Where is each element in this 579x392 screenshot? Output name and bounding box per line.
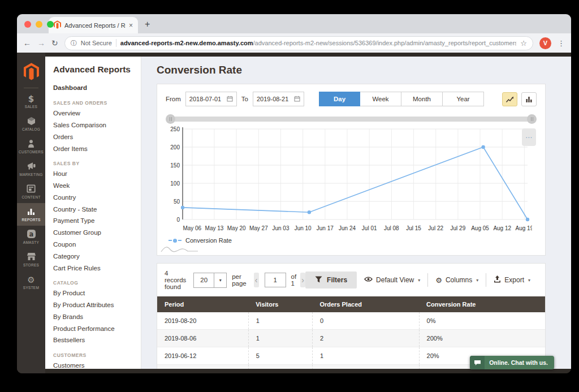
x-tick-label: Aug 12	[493, 225, 511, 231]
sidebar-item-customers[interactable]: CUSTOMERS	[17, 135, 45, 158]
data-point[interactable]	[308, 210, 311, 214]
browser-tab[interactable]: Advanced Reports / Reports / N ×	[49, 17, 138, 33]
data-point[interactable]	[181, 206, 184, 209]
chat-widget[interactable]: Online. Chat with us.	[470, 356, 554, 369]
calendar-icon[interactable]	[227, 96, 233, 103]
menu-item-order-items[interactable]: Order Items	[53, 143, 137, 154]
menu-item-bestsellers[interactable]: Bestsellers	[53, 334, 137, 346]
forward-icon[interactable]: →	[37, 38, 45, 48]
tab-title: Advanced Reports / Reports / N	[64, 22, 126, 29]
table-row[interactable]: 2019-08-20100%	[157, 312, 545, 330]
to-label: To	[241, 96, 248, 102]
browser-menu-icon[interactable]: ⋮	[558, 39, 565, 48]
new-tab-button[interactable]: +	[145, 19, 150, 29]
profile-avatar[interactable]: V	[539, 37, 551, 49]
menu-item-week[interactable]: Week	[53, 180, 137, 192]
sidebar-item-catalog[interactable]: CATALOG	[17, 113, 45, 135]
slider-handle-right[interactable]	[527, 114, 537, 124]
sidebar-item-marketing[interactable]: MARKETING	[17, 158, 45, 180]
sidebar-item-system[interactable]: ⚙SYSTEM	[17, 271, 45, 294]
browser-toolbar: ← → ↻ ⓘ Not Secure advanced-reports-m2-n…	[17, 33, 571, 53]
column-header[interactable]: Orders Placed	[312, 296, 419, 312]
sidebar-item-reports[interactable]: REPORTS	[17, 203, 45, 226]
data-point[interactable]	[481, 145, 485, 149]
chart-context-menu-icon[interactable]: ⋯	[522, 128, 536, 146]
calendar-icon[interactable]	[294, 96, 300, 103]
menu-section-sales-and-orders: SALES AND ORDERS	[53, 100, 137, 106]
menu-item-category[interactable]: Category	[53, 250, 137, 262]
menu-item-hour[interactable]: Hour	[53, 168, 137, 180]
maximize-window-button[interactable]	[47, 21, 54, 28]
back-icon[interactable]: ←	[23, 38, 31, 48]
table-row[interactable]: 2019-08-0612200%	[157, 330, 545, 347]
table-cell: 200%	[419, 330, 545, 347]
menu-item-dashboard[interactable]: Dashboard	[53, 82, 137, 94]
menu-item-product-performance[interactable]: Product Performance	[53, 322, 137, 334]
slider-handle-left[interactable]	[166, 114, 175, 124]
chart-filter-row: From To DayWeekMonthYear	[166, 92, 537, 106]
magento-logo[interactable]	[24, 63, 39, 83]
period-button-year[interactable]: Year	[443, 92, 484, 106]
sidebar-item-content[interactable]: CONTENT	[17, 180, 45, 203]
per-page-label: per page	[232, 273, 247, 287]
menu-item-overview[interactable]: Overview	[53, 107, 137, 119]
chart-legend[interactable]: Conversion Rate	[168, 237, 537, 244]
close-tab-icon[interactable]: ×	[129, 21, 133, 29]
x-tick-label: Aug 19	[516, 225, 532, 231]
from-date-input[interactable]	[189, 96, 224, 102]
column-header[interactable]: Period	[157, 296, 248, 312]
sidebar-item-amasty[interactable]: aAMASTY	[17, 226, 45, 248]
bookmark-star-icon[interactable]: ☆	[520, 39, 527, 48]
close-window-button[interactable]	[24, 21, 31, 28]
data-point[interactable]	[526, 218, 529, 221]
menu-item-customers[interactable]: Customers	[53, 360, 137, 372]
menu-item-country-state[interactable]: Country - State	[53, 203, 137, 215]
menu-item-by-product-attributes[interactable]: By Product Attributes	[53, 299, 137, 311]
chevron-down-icon: ▾	[476, 278, 478, 283]
menu-item-country[interactable]: Country	[53, 191, 137, 203]
previous-page-button[interactable]: ‹	[254, 273, 259, 287]
per-page-select[interactable]: 20 ▾	[193, 273, 227, 288]
to-date-input[interactable]	[257, 96, 292, 102]
filters-button[interactable]: Filters	[305, 272, 357, 288]
menu-item-cart-price-rules[interactable]: Cart Price Rules	[53, 262, 137, 274]
menu-item-customer-group[interactable]: Customer Group	[53, 227, 137, 239]
menu-item-by-product[interactable]: By Product	[53, 287, 137, 299]
minimize-window-button[interactable]	[36, 21, 42, 28]
customers-icon	[27, 139, 36, 148]
page-number-input[interactable]	[265, 273, 286, 287]
menu-item-orders[interactable]: Orders	[53, 131, 137, 143]
sidebar-item-stores[interactable]: STORES	[17, 248, 45, 271]
slider-track[interactable]	[170, 117, 533, 122]
reload-icon[interactable]: ↻	[51, 38, 58, 48]
column-header[interactable]: Conversion Rate	[419, 296, 545, 312]
menu-item-sales-comparison[interactable]: Sales Comparison	[53, 119, 137, 131]
to-date-field[interactable]	[253, 92, 304, 106]
bar-chart-icon[interactable]	[521, 92, 537, 106]
legend-label: Conversion Rate	[185, 237, 232, 244]
table-cell: 1	[312, 347, 419, 365]
line-chart-icon[interactable]	[502, 92, 517, 106]
svg-text:a: a	[29, 230, 33, 238]
sidebar-item-sales[interactable]: $SALES	[17, 90, 45, 113]
sidebar-item-label: CATALOG	[22, 127, 40, 131]
columns-button[interactable]: ⚙ Columns ▾	[428, 276, 486, 285]
menu-item-by-brands[interactable]: By Brands	[53, 311, 137, 323]
reports-menu-title: Advanced Reports	[53, 64, 137, 75]
export-button[interactable]: Export ▾	[486, 275, 538, 285]
info-icon[interactable]: ⓘ	[71, 39, 77, 48]
period-button-month[interactable]: Month	[401, 92, 443, 106]
menu-item-coupon[interactable]: Coupon	[53, 239, 137, 251]
column-header[interactable]: Visitors	[248, 296, 312, 312]
window-controls[interactable]	[24, 21, 54, 28]
period-button-day[interactable]: Day	[319, 92, 360, 106]
from-date-field[interactable]	[185, 92, 237, 106]
address-bar[interactable]: ⓘ Not Secure advanced-reports-m2-new.dem…	[64, 36, 533, 50]
default-view-button[interactable]: Default View ▾	[357, 276, 427, 284]
menu-item-new-vs-returning-customers[interactable]: New vs Returning Customers	[53, 372, 137, 373]
menu-item-payment-type[interactable]: Payment Type	[53, 215, 137, 227]
period-button-week[interactable]: Week	[360, 92, 401, 106]
next-page-button[interactable]: ›	[300, 273, 305, 287]
chart-range-slider[interactable]	[166, 114, 537, 124]
chevron-down-icon[interactable]: ▾	[214, 273, 226, 287]
